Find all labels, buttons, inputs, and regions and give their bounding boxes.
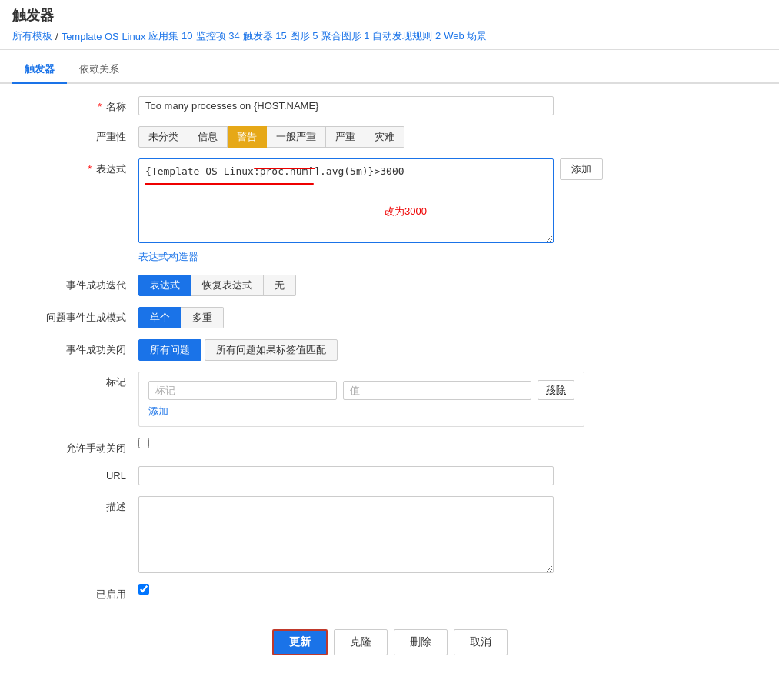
breadcrumb-monitors[interactable]: 监控项 34 (196, 29, 240, 43)
tab-trigger[interactable]: 触发器 (12, 56, 67, 84)
expression-label: * 表达式 (15, 158, 138, 176)
breadcrumb-web[interactable]: Web 场景 (444, 29, 487, 43)
tag-row: 移除 (148, 380, 574, 400)
sev-btn-average[interactable]: 一般严重 (267, 126, 326, 148)
severity-buttons: 未分类 信息 警告 一般严重 严重 灾难 (138, 126, 404, 148)
problem-gen-buttons: 单个 多重 (138, 307, 224, 328)
manual-close-checkbox[interactable] (138, 438, 149, 448)
update-button[interactable]: 更新 (272, 629, 328, 655)
page-header: 触发器 所有模板 / Template OS Linux 应用集 10 监控项 … (0, 0, 779, 50)
desc-textarea[interactable] (138, 496, 554, 573)
remove-tag-button[interactable]: 移除 (538, 380, 574, 400)
sev-btn-high[interactable]: 严重 (326, 126, 365, 148)
problem-gen-multiple[interactable]: 多重 (181, 307, 224, 328)
expression-builder-link[interactable]: 表达式构造器 (138, 250, 198, 264)
url-label: URL (15, 466, 138, 482)
tags-content: 移除 添加 (138, 372, 764, 427)
event-close-buttons: 所有问题 所有问题如果标签值匹配 (138, 339, 338, 361)
tag-name-input[interactable] (148, 381, 337, 400)
breadcrumb-template[interactable]: Template OS Linux (62, 31, 146, 42)
breadcrumb-sep1: / (55, 31, 58, 42)
expression-required: * (88, 163, 92, 175)
desc-label: 描述 (15, 496, 138, 514)
event-success-label: 事件成功迭代 (15, 275, 138, 292)
event-success-content: 表达式 恢复表达式 无 (138, 275, 764, 296)
problem-gen-single[interactable]: 单个 (138, 307, 181, 328)
sev-btn-info[interactable]: 信息 (188, 126, 228, 148)
manual-close-row: 允许手动关闭 (15, 438, 764, 455)
name-row: * 名称 (15, 96, 764, 115)
enabled-checkbox-row (138, 584, 149, 595)
tags-row: 标记 移除 添加 (15, 372, 764, 427)
sev-btn-disaster[interactable]: 灾难 (365, 126, 404, 148)
name-label: * 名称 (15, 96, 138, 114)
tab-dependencies[interactable]: 依赖关系 (67, 56, 131, 84)
expression-content: {Template OS Linux:proc.num[].avg(5m)}>3… (138, 158, 764, 264)
sev-btn-warning[interactable]: 警告 (228, 126, 267, 148)
event-close-row: 事件成功关闭 所有问题 所有问题如果标签值匹配 (15, 339, 764, 361)
url-row: URL (15, 466, 764, 485)
problem-gen-label: 问题事件生成模式 (15, 307, 138, 325)
tab-bar: 触发器 依赖关系 (0, 56, 779, 84)
enabled-checkbox[interactable] (138, 584, 149, 595)
severity-label: 严重性 (15, 126, 138, 144)
expression-add-button[interactable]: 添加 (560, 158, 603, 180)
event-success-row: 事件成功迭代 表达式 恢复表达式 无 (15, 275, 764, 296)
add-tag-link[interactable]: 添加 (148, 405, 168, 417)
cancel-button[interactable]: 取消 (454, 629, 508, 655)
event-close-content: 所有问题 所有问题如果标签值匹配 (138, 339, 764, 361)
expression-row: * 表达式 {Template OS Linux:proc.num[].avg(… (15, 158, 764, 264)
event-close-all[interactable]: 所有问题 (138, 339, 201, 361)
event-success-buttons: 表达式 恢复表达式 无 (138, 275, 296, 296)
clone-button[interactable]: 克隆 (334, 629, 388, 655)
name-content (138, 96, 764, 115)
manual-close-checkbox-row (138, 438, 149, 448)
event-close-label: 事件成功关闭 (15, 339, 138, 357)
sev-btn-unclassified[interactable]: 未分类 (138, 126, 188, 148)
tag-value-input[interactable] (343, 381, 531, 400)
url-input[interactable] (138, 466, 554, 485)
event-success-recovery[interactable]: 恢复表达式 (191, 275, 264, 296)
manual-close-content (138, 438, 764, 448)
expression-textarea[interactable]: {Template OS Linux:proc.num[].avg(5m)}>3… (138, 158, 554, 243)
desc-row: 描述 (15, 496, 764, 573)
tags-label: 标记 (15, 372, 138, 389)
breadcrumb-autodiscovery[interactable]: 自动发现规则 2 (372, 29, 441, 43)
enabled-label: 已启用 (15, 584, 138, 602)
event-success-none[interactable]: 无 (264, 275, 296, 296)
expression-box: {Template OS Linux:proc.num[].avg(5m)}>3… (138, 158, 554, 245)
breadcrumb-agg-graphs[interactable]: 聚合图形 1 (321, 29, 370, 43)
manual-close-label: 允许手动关闭 (15, 438, 138, 455)
breadcrumb-applications[interactable]: 应用集 10 (148, 29, 192, 43)
event-success-expression[interactable]: 表达式 (138, 275, 191, 296)
name-input[interactable] (138, 96, 554, 115)
severity-content: 未分类 信息 警告 一般严重 严重 灾难 (138, 126, 764, 148)
severity-row: 严重性 未分类 信息 警告 一般严重 严重 灾难 (15, 126, 764, 148)
page-title: 触发器 (12, 6, 767, 25)
enabled-row: 已启用 (15, 584, 764, 602)
tags-section: 移除 添加 (138, 372, 584, 427)
enabled-content (138, 584, 764, 595)
problem-gen-content: 单个 多重 (138, 307, 764, 328)
event-close-tag-match[interactable]: 所有问题如果标签值匹配 (205, 339, 338, 361)
breadcrumb-graphs[interactable]: 图形 5 (290, 29, 318, 43)
action-buttons: 更新 克隆 删除 取消 (15, 617, 764, 668)
breadcrumb-triggers[interactable]: 触发器 15 (243, 29, 287, 43)
url-content (138, 466, 764, 485)
delete-button[interactable]: 删除 (394, 629, 448, 655)
breadcrumb-all-templates[interactable]: 所有模板 (12, 29, 52, 43)
problem-gen-row: 问题事件生成模式 单个 多重 (15, 307, 764, 328)
breadcrumb: 所有模板 / Template OS Linux 应用集 10 监控项 34 触… (12, 29, 767, 43)
name-required: * (98, 101, 102, 112)
form-container: * 名称 严重性 未分类 信息 警告 一般严重 严重 灾难 * 表达式 (0, 84, 779, 680)
desc-content (138, 496, 764, 573)
